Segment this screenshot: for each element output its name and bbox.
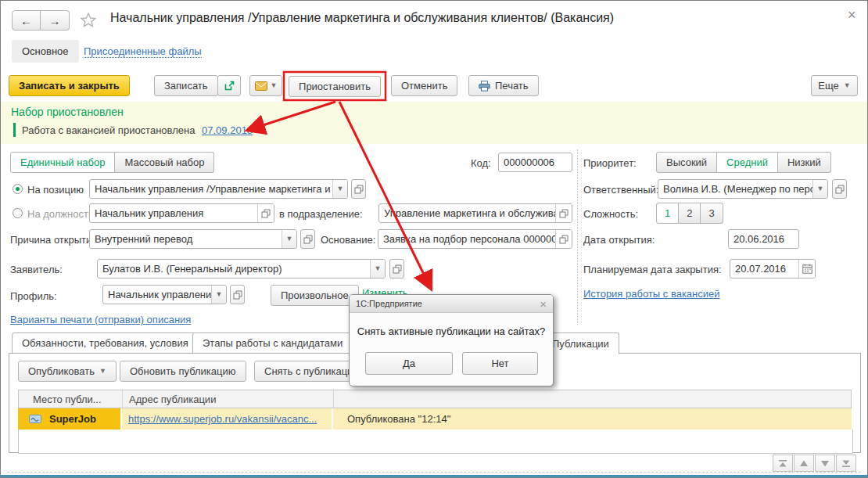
history-nav: ← → <box>12 10 70 31</box>
applicant-field[interactable]: Булатов И.В. (Генеральный директор) ▼ <box>97 259 386 279</box>
window-bottom-edge <box>1 475 867 477</box>
column-header-address[interactable]: Адрес публикации <box>123 390 334 408</box>
department-label: в подразделение: <box>279 208 363 220</box>
basis-field[interactable]: Заявка на подбор персонала 000000 <box>378 229 572 249</box>
nav-tab-main[interactable]: Основное <box>12 40 79 63</box>
profile-open-button[interactable] <box>230 285 245 304</box>
position-open-button[interactable] <box>351 179 366 199</box>
publication-url-link[interactable]: https://www.superjob.ru/vakansii/vacanc.… <box>128 413 317 425</box>
recruit-single-label: Единичный набор <box>20 156 105 168</box>
dropdown-button[interactable]: ▼ <box>332 180 347 198</box>
nav-link-attached-files[interactable]: Присоединенные файлы <box>84 45 202 58</box>
complexity-2-option[interactable]: 2 <box>679 203 701 224</box>
suspension-date-link[interactable]: 07.09.2018 <box>202 124 253 136</box>
calendar-button[interactable] <box>798 260 815 278</box>
cancel-label: Отменить <box>401 80 447 92</box>
responsible-open-button[interactable] <box>832 179 847 199</box>
column-header-place[interactable]: Место публи... <box>19 390 123 408</box>
position-radio[interactable] <box>13 184 23 194</box>
priority-medium-option[interactable]: Средний <box>717 152 778 173</box>
save-button[interactable]: Записать <box>154 75 218 96</box>
priority-high-label: Высокий <box>666 156 707 168</box>
tab-publications-label: Публикации <box>552 338 609 350</box>
window-close-icon[interactable]: × <box>848 7 856 23</box>
position-field[interactable]: Начальник управления /Управление маркети… <box>89 179 348 199</box>
publication-site-icon <box>29 415 41 423</box>
department-open-button[interactable] <box>555 204 572 222</box>
suspend-button[interactable]: Приостановить <box>289 76 381 97</box>
open-link-button[interactable] <box>217 75 241 96</box>
go-first-row-button[interactable] <box>773 455 793 472</box>
go-last-row-button[interactable] <box>836 455 856 472</box>
history-link[interactable]: История работы с вакансией <box>583 288 720 300</box>
open-form-icon <box>559 235 569 244</box>
open-date-value: 20.06.2016 <box>729 233 798 245</box>
applicant-open-button[interactable] <box>389 259 404 279</box>
save-and-close-button[interactable]: Записать и закрыть <box>9 75 130 96</box>
tab-duties[interactable]: Обязанности, требования, условия <box>12 332 199 354</box>
close-date-field[interactable]: 20.07.2016 <box>730 259 816 279</box>
publication-row[interactable]: SuperJob https://www.superjob.ru/vakansi… <box>18 408 852 429</box>
dialog-titlebar[interactable]: 1С:Предприятие × <box>350 295 553 313</box>
open-date-field[interactable]: 20.06.2016 <box>728 229 799 249</box>
profile-field[interactable]: Начальник управления ма ▼ <box>102 285 227 304</box>
priority-label: Приоритет: <box>583 157 637 169</box>
dropdown-button[interactable]: ▼ <box>812 180 827 198</box>
complexity-1-label: 1 <box>665 207 670 219</box>
reason-open-button[interactable] <box>300 229 315 249</box>
reason-field[interactable]: Внутренний перевод ▼ <box>89 229 297 249</box>
dropdown-button[interactable]: ▼ <box>370 260 385 278</box>
profile-custom-button[interactable]: Произвольное <box>271 285 359 306</box>
priority-high-option[interactable]: Высокий <box>656 152 717 173</box>
go-bottom-icon <box>841 459 851 468</box>
chevron-down-icon: ▼ <box>216 291 223 298</box>
dialog-close-icon[interactable]: × <box>540 298 547 310</box>
open-form-icon <box>354 185 364 194</box>
post-radio[interactable] <box>13 208 23 218</box>
back-button[interactable]: ← <box>12 10 41 31</box>
dialog-message: Снять активные публикации на сайтах? <box>350 325 553 337</box>
more-button[interactable]: Еще ▼ <box>811 75 858 96</box>
dialog-yes-button[interactable]: Да <box>365 352 453 375</box>
publication-site: SuperJob <box>49 413 96 425</box>
dropdown-button[interactable]: ▼ <box>282 230 296 248</box>
notification-message: Работа с вакансией приостановлена <box>22 124 195 136</box>
column-header-status[interactable] <box>334 390 851 408</box>
chevron-down-icon: ▼ <box>271 82 278 89</box>
post-open-button[interactable] <box>257 204 274 222</box>
nav-tab-main-label: Основное <box>22 45 69 57</box>
responsible-field[interactable]: Волина И.В. (Менеджер по персон ▼ <box>658 179 828 199</box>
dropdown-button[interactable]: ▼ <box>211 286 226 304</box>
forward-button[interactable]: → <box>41 10 70 31</box>
open-form-icon <box>559 209 569 218</box>
cancel-button[interactable]: Отменить <box>391 75 457 96</box>
code-field[interactable]: 000000006 <box>498 153 572 172</box>
dialog-no-button[interactable]: Нет <box>462 352 538 375</box>
refresh-publication-button[interactable]: Обновить публикацию <box>120 361 246 382</box>
open-date-label: Дата открытия: <box>583 234 655 246</box>
responsible-value: Волина И.В. (Менеджер по персон <box>658 183 812 195</box>
code-label: Код: <box>471 157 491 169</box>
reason-value: Внутренний перевод <box>90 233 282 245</box>
complexity-3-option[interactable]: 3 <box>701 203 723 224</box>
go-top-icon <box>778 459 787 468</box>
row-up-button[interactable] <box>794 455 814 472</box>
post-field[interactable]: Начальник управления <box>89 203 274 223</box>
arrow-down-icon <box>820 460 830 467</box>
complexity-1-option[interactable]: 1 <box>656 203 679 224</box>
department-field[interactable]: Управление маркетинга и обслуживан <box>378 203 572 223</box>
favorite-star-icon[interactable] <box>79 11 98 30</box>
tab-candidate-stages[interactable]: Этапы работы с кандидатами <box>192 332 353 354</box>
recruit-mass-option[interactable]: Массовый набор <box>115 152 214 173</box>
send-email-button[interactable]: ▼ <box>249 75 282 96</box>
basis-open-button[interactable] <box>555 230 572 248</box>
row-down-button[interactable] <box>815 455 835 472</box>
recruit-single-option[interactable]: Единичный набор <box>10 152 115 173</box>
open-form-icon <box>835 185 845 194</box>
print-variants-link[interactable]: Варианты печати (отправки) описания <box>10 314 191 325</box>
bottom-separator <box>7 472 861 473</box>
chevron-down-icon: ▼ <box>337 185 344 192</box>
publish-button[interactable]: Опубликовать ▼ <box>18 361 117 382</box>
print-button[interactable]: Печать <box>468 75 539 96</box>
priority-low-option[interactable]: Низкий <box>778 152 831 173</box>
